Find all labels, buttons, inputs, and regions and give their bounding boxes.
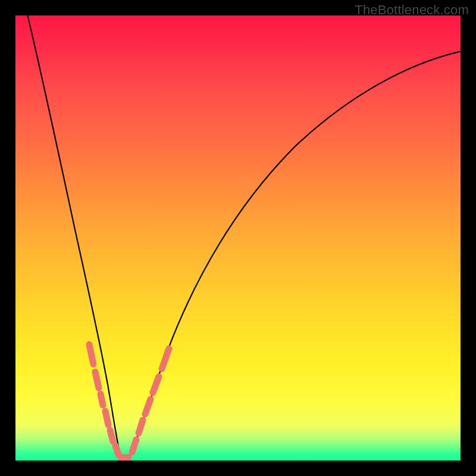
- bottleneck-curve: [26, 15, 461, 459]
- marker-seg: [153, 377, 159, 393]
- marker-seg: [139, 420, 143, 433]
- marker-seg: [132, 440, 136, 452]
- marker-seg: [105, 411, 108, 425]
- curve-layer: [15, 15, 461, 461]
- marker-seg: [101, 394, 103, 405]
- marker-seg: [145, 399, 151, 414]
- marker-seg: [110, 430, 113, 441]
- marker-group: [89, 345, 169, 458]
- marker-seg: [115, 446, 118, 455]
- watermark-text: TheBottleneck.com: [355, 2, 469, 18]
- plot-area: [15, 15, 461, 461]
- marker-seg: [89, 345, 93, 364]
- marker-seg: [95, 372, 99, 388]
- marker-seg: [162, 349, 169, 369]
- chart-frame: TheBottleneck.com: [0, 0, 476, 476]
